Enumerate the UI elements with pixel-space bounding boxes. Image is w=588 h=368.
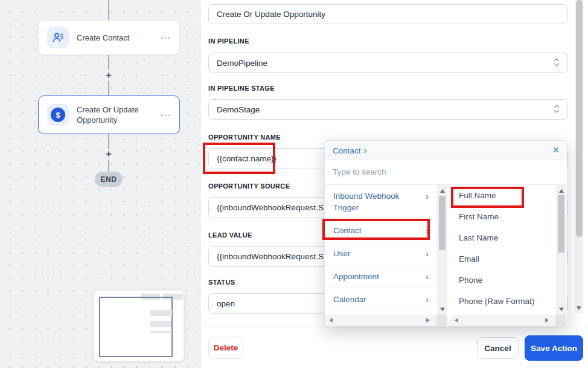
action-name-input[interactable]	[208, 4, 568, 24]
popover-search-row	[325, 160, 567, 185]
search-input[interactable]	[333, 167, 559, 176]
popover-body: Inbound Webhook Trigger › Contact › User…	[325, 185, 567, 326]
chevron-right-icon: ›	[426, 190, 429, 202]
opportunity-name-label: OPPORTUNITY NAME	[208, 134, 281, 141]
chevron-right-icon: ›	[426, 271, 429, 282]
opportunity-dollar-icon: $	[47, 104, 69, 126]
field-item-full-name[interactable]: Full Name	[450, 185, 556, 206]
contact-icon	[47, 27, 69, 48]
delete-button[interactable]: Delete	[208, 337, 243, 359]
breadcrumb-label: Contact	[333, 146, 361, 155]
in-pipeline-stage-select[interactable]: DemoStage	[208, 99, 568, 120]
field-item-email[interactable]: Email	[450, 248, 556, 270]
chevron-right-icon: ›	[426, 294, 429, 305]
workflow-end-badge: END	[95, 172, 123, 187]
scroll-up-arrow[interactable]	[556, 186, 566, 195]
minimap-node-bar	[150, 321, 171, 327]
select-chevrons-icon	[554, 104, 560, 115]
scrollbar-thumb[interactable]	[439, 196, 446, 250]
in-pipeline-stage-label: IN PIPELINE STAGE	[208, 85, 275, 92]
custom-values-popover: Contact› × Inbound Webhook Trigger › Con…	[324, 140, 567, 326]
scroll-left-arrow[interactable]	[452, 315, 461, 326]
workflow-builder-screen: Create Contact ⋯ + $ Create Or Update Op…	[0, 0, 588, 368]
scroll-down-arrow[interactable]	[437, 305, 447, 314]
chevron-right-icon: ›	[426, 248, 429, 259]
panel-scrollbar-thumb[interactable]	[576, 0, 583, 237]
opportunity-source-label: OPPORTUNITY SOURCE	[208, 182, 290, 190]
workflow-canvas[interactable]: Create Contact ⋯ + $ Create Or Update Op…	[0, 0, 201, 368]
close-icon[interactable]: ×	[552, 145, 559, 155]
panel-scroll-down-arrow[interactable]	[575, 303, 583, 313]
menu-item-appointment[interactable]: Appointment ›	[325, 265, 437, 288]
menu-item-contact[interactable]: Contact ›	[325, 219, 437, 242]
canvas-minimap[interactable]	[94, 290, 184, 361]
add-step-button[interactable]: +	[103, 149, 114, 160]
minimap-node-bar	[150, 310, 172, 316]
node-create-or-update-opportunity[interactable]: $ Create Or Update Opportunity ⋯	[38, 95, 180, 134]
in-pipeline-stage-value: DemoStage	[217, 105, 260, 114]
connector-line	[108, 0, 109, 20]
add-step-button[interactable]: +	[103, 70, 114, 81]
category-list: Inbound Webhook Trigger › Contact › User…	[325, 185, 437, 315]
node-create-contact[interactable]: Create Contact ⋯	[38, 20, 180, 55]
minimap-viewport[interactable]	[99, 297, 173, 357]
node-options-menu-icon[interactable]: ⋯	[160, 109, 171, 121]
chevron-right-icon: ›	[426, 225, 429, 236]
scroll-up-arrow[interactable]	[437, 186, 447, 195]
field-item-last-name[interactable]: Last Name	[450, 227, 556, 248]
category-list-scrollbar[interactable]	[437, 185, 447, 315]
panel-footer: Delete Cancel Save Action	[201, 327, 588, 368]
scrollbar-thumb[interactable]	[558, 195, 564, 253]
category-list-hscrollbar[interactable]	[325, 315, 447, 326]
in-pipeline-value: DemoPipeline	[217, 59, 267, 68]
field-item-first-name[interactable]: First Name	[450, 206, 556, 227]
menu-item-user[interactable]: User ›	[325, 242, 437, 265]
node-label: Create Or Update Opportunity	[77, 105, 152, 125]
popover-header: Contact› ×	[325, 141, 567, 160]
node-options-menu-icon[interactable]: ⋯	[160, 31, 171, 44]
scroll-down-arrow[interactable]	[556, 305, 566, 314]
in-pipeline-select[interactable]: DemoPipeline	[208, 53, 568, 73]
status-label: STATUS	[208, 279, 235, 286]
in-pipeline-label: IN PIPELINE	[208, 37, 249, 45]
field-item-phone[interactable]: Phone	[450, 270, 556, 291]
breadcrumb[interactable]: Contact›	[333, 145, 367, 155]
field-list: Full Name First Name Last Name Email Pho…	[450, 185, 556, 315]
save-action-button[interactable]: Save Action	[525, 335, 583, 361]
minimap-node-bar	[150, 331, 172, 333]
scroll-right-arrow[interactable]	[423, 315, 433, 326]
scrollbar-corner	[436, 315, 447, 326]
field-item-phone-raw-format[interactable]: Phone (Raw Format)	[450, 291, 556, 312]
menu-item-calendar[interactable]: Calendar ›	[325, 288, 437, 311]
scrollbar-corner	[555, 315, 566, 326]
scroll-left-arrow[interactable]	[326, 315, 336, 326]
field-list-scrollbar[interactable]	[556, 185, 566, 315]
scroll-right-arrow[interactable]	[542, 315, 552, 326]
field-list-hscrollbar[interactable]	[450, 315, 566, 326]
lead-value-label: LEAD VALUE	[208, 231, 252, 239]
node-label: Create Contact	[77, 33, 152, 43]
chevron-right-icon: ›	[364, 145, 367, 155]
cancel-button[interactable]: Cancel	[477, 337, 519, 359]
select-chevrons-icon	[554, 57, 560, 69]
panel-scrollbar[interactable]	[575, 0, 583, 313]
menu-item-inbound-webhook-trigger[interactable]: Inbound Webhook Trigger ›	[325, 185, 437, 219]
